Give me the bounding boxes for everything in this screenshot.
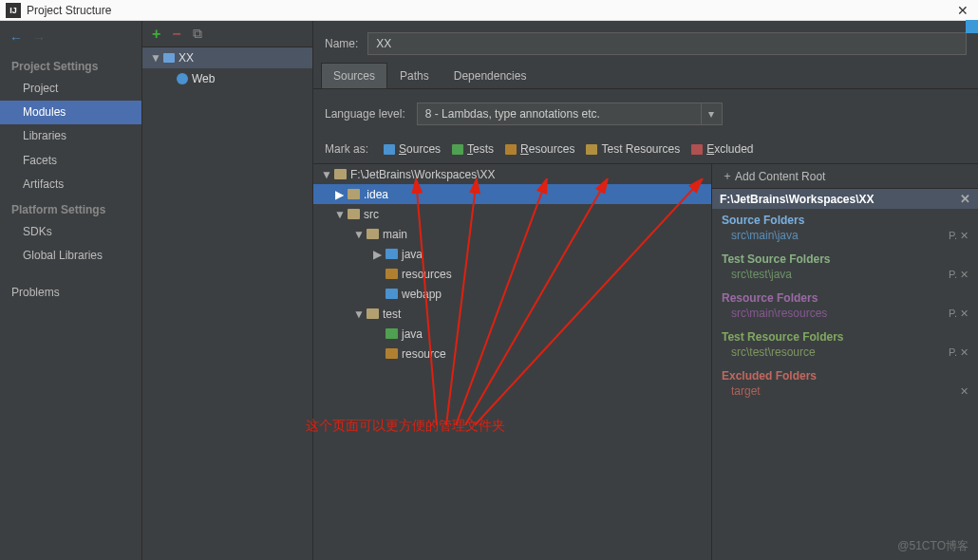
ft-root[interactable]: ▼F:\JetBrains\Workspaces\XX <box>313 164 711 184</box>
highlight-decoration <box>966 20 978 33</box>
sidebar-item-problems[interactable]: Problems <box>0 281 141 305</box>
web-icon <box>177 73 188 84</box>
ft-test-resource[interactable]: ▶resource <box>313 344 711 364</box>
sidebar-heading-platform: Platform Settings <box>0 196 141 220</box>
sources-icon <box>384 144 395 155</box>
mark-sources[interactable]: Sources <box>384 142 441 156</box>
tab-sources[interactable]: Sources <box>321 63 387 88</box>
path-actions[interactable]: P. ✕ <box>949 308 969 320</box>
nav-arrows: ← → <box>0 27 141 53</box>
path-excluded[interactable]: target✕ <box>712 383 978 403</box>
excluded-icon <box>691 144 703 155</box>
mark-row: Mark as: Sources Tests Resources Test Re… <box>313 139 978 163</box>
ft-main[interactable]: ▼main <box>313 224 711 244</box>
sidebar-item-facets[interactable]: Facets <box>0 149 141 173</box>
sidebar-item-artifacts[interactable]: Artifacts <box>0 173 141 196</box>
folder-icon <box>386 289 398 299</box>
cat-source-folders: Source Folders <box>712 209 978 228</box>
window-title: Project Structure <box>27 4 953 17</box>
tab-dependencies[interactable]: Dependencies <box>442 63 539 88</box>
remove-root-icon[interactable]: ✕ <box>960 192 970 206</box>
main-panel: Name: Sources Paths Dependencies Languag… <box>313 21 978 560</box>
path-actions[interactable]: ✕ <box>960 385 969 398</box>
arrow-icon[interactable]: ▼ <box>334 208 344 221</box>
ft-test[interactable]: ▼test <box>313 304 711 324</box>
titlebar: IJ Project Structure ✕ <box>0 0 978 21</box>
sidebar-item-modules[interactable]: Modules <box>0 101 141 124</box>
folder-icon <box>386 249 398 259</box>
folder-icon <box>386 328 398 339</box>
close-icon[interactable]: ✕ <box>953 2 972 19</box>
mark-excluded[interactable]: Excluded <box>691 142 753 156</box>
name-label: Name: <box>325 37 358 50</box>
name-input[interactable] <box>367 32 967 55</box>
lang-select[interactable]: 8 - Lambdas, type annotations etc. ▾ <box>417 103 723 125</box>
ft-main-resources[interactable]: ▶resources <box>313 264 711 284</box>
lang-value: 8 - Lambdas, type annotations etc. <box>417 103 702 125</box>
content-root-header[interactable]: F:\JetBrains\Workspaces\XX ✕ <box>712 189 978 209</box>
sidebar-item-libraries[interactable]: Libraries <box>0 124 141 148</box>
module-root-label: XX <box>179 51 194 65</box>
module-tree: + − ⧉ ▼ XX Web <box>142 21 313 560</box>
path-source[interactable]: src\main\javaP. ✕ <box>712 228 978 248</box>
arrow-icon[interactable]: ▶ <box>372 248 382 261</box>
app-icon: IJ <box>6 3 21 18</box>
copy-module-icon[interactable]: ⧉ <box>193 26 202 42</box>
cat-resource-folders: Resource Folders <box>712 287 978 306</box>
ft-idea[interactable]: ▶.idea <box>313 184 711 204</box>
plus-icon: ＋ <box>722 168 733 184</box>
module-toolbar: + − ⧉ <box>142 21 312 47</box>
expand-icon[interactable]: ▼ <box>150 51 160 65</box>
remove-module-icon[interactable]: − <box>172 26 180 43</box>
path-actions[interactable]: P. ✕ <box>949 269 969 281</box>
file-tree: ▼F:\JetBrains\Workspaces\XX ▶.idea ▼src … <box>313 164 712 560</box>
cat-test-source-folders: Test Source Folders <box>712 248 978 267</box>
chevron-down-icon[interactable]: ▾ <box>702 103 723 125</box>
cat-test-resource-folders: Test Resource Folders <box>712 326 978 345</box>
nav-forward-icon[interactable]: → <box>32 30 46 46</box>
tab-paths[interactable]: Paths <box>387 63 442 88</box>
folder-icon <box>386 269 398 279</box>
folder-icon <box>348 189 360 199</box>
path-testsource[interactable]: src\test\javaP. ✕ <box>712 267 978 287</box>
lang-row: Language level: 8 - Lambdas, type annota… <box>313 89 978 139</box>
test-resources-icon <box>586 144 597 155</box>
mark-resources[interactable]: Resources <box>505 142 574 156</box>
content-roots: ＋Add Content Root F:\JetBrains\Workspace… <box>712 164 978 560</box>
arrow-icon[interactable]: ▶ <box>334 188 344 201</box>
ft-test-java[interactable]: ▶java <box>313 324 711 344</box>
ft-main-java[interactable]: ▶java <box>313 244 711 264</box>
tests-icon <box>452 144 463 155</box>
cat-excluded-folders: Excluded Folders <box>712 364 978 383</box>
sidebar: ← → Project Settings Project Modules Lib… <box>0 21 142 560</box>
module-web-label: Web <box>192 72 215 85</box>
content-split: ▼F:\JetBrains\Workspaces\XX ▶.idea ▼src … <box>313 163 978 560</box>
ft-src[interactable]: ▼src <box>313 204 711 224</box>
arrow-icon[interactable]: ▼ <box>321 168 330 181</box>
add-module-icon[interactable]: + <box>152 26 160 43</box>
add-content-root[interactable]: ＋Add Content Root <box>712 164 978 189</box>
app-body: ← → Project Settings Project Modules Lib… <box>0 21 978 560</box>
path-actions[interactable]: P. ✕ <box>949 346 969 359</box>
sidebar-heading-project: Project Settings <box>0 53 141 77</box>
ft-main-webapp[interactable]: ▶webapp <box>313 284 711 304</box>
folder-icon <box>386 348 398 359</box>
module-web[interactable]: Web <box>142 68 312 89</box>
sidebar-item-project[interactable]: Project <box>0 77 141 101</box>
path-resource[interactable]: src\main\resourcesP. ✕ <box>712 306 978 326</box>
nav-back-icon[interactable]: ← <box>9 30 23 46</box>
mark-tests[interactable]: Tests <box>452 142 494 156</box>
sidebar-item-global-libraries[interactable]: Global Libraries <box>0 244 141 268</box>
module-root[interactable]: ▼ XX <box>142 47 312 68</box>
arrow-icon[interactable]: ▼ <box>353 308 363 321</box>
content-root-path: F:\JetBrains\Workspaces\XX <box>720 193 875 206</box>
module-icon <box>163 53 175 63</box>
arrow-icon[interactable]: ▼ <box>353 228 363 241</box>
lang-label: Language level: <box>325 107 405 121</box>
folder-icon <box>334 169 347 179</box>
tabs: Sources Paths Dependencies <box>313 63 978 89</box>
mark-test-resources[interactable]: Test Resources <box>586 142 680 156</box>
path-actions[interactable]: P. ✕ <box>949 230 969 242</box>
sidebar-item-sdks[interactable]: SDKs <box>0 220 141 244</box>
path-testresource[interactable]: src\test\resourceP. ✕ <box>712 345 978 364</box>
